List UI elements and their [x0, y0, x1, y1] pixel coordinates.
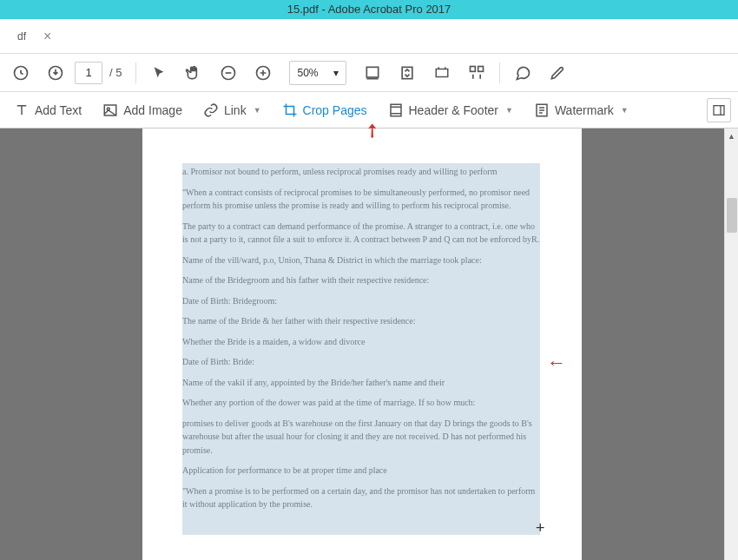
fit-page-icon[interactable] — [392, 57, 423, 89]
tab-close-button[interactable]: × — [43, 30, 51, 43]
annotation-arrow: ← — [547, 352, 566, 374]
tab-bar: df × — [0, 19, 738, 54]
crop-pages-tool[interactable]: Crop Pages — [275, 99, 374, 122]
scroll-up-button[interactable]: ▲ — [725, 128, 738, 144]
paragraph: "When a promise is to be performed on a … — [182, 484, 542, 511]
paragraph: Name of the vakil if any, appointed by t… — [182, 376, 542, 390]
document-viewport[interactable]: a. Promisor not bound to perform, unless… — [0, 128, 724, 560]
crop-icon — [282, 102, 298, 118]
paragraph: "When a contract consists of reciprocal … — [182, 186, 542, 213]
text-icon — [14, 102, 30, 118]
tool-label: Crop Pages — [303, 103, 367, 117]
hand-tool-icon[interactable] — [178, 57, 209, 89]
paragraph: Application for performance to be at pro… — [182, 464, 542, 478]
chevron-down-icon: ▼ — [254, 106, 261, 115]
link-icon — [203, 102, 219, 118]
paragraph: Date of Birth: Bridegroom: — [182, 294, 542, 308]
watermark-tool[interactable]: Watermark ▼ — [527, 99, 636, 122]
svg-rect-11 — [391, 104, 401, 116]
zoom-value: 50% — [297, 67, 318, 79]
chevron-down-icon: ▼ — [621, 106, 629, 115]
header-footer-icon — [388, 102, 404, 118]
toolbar-divider — [499, 63, 500, 83]
svg-rect-6 — [437, 69, 449, 76]
watermark-icon — [534, 102, 550, 118]
header-footer-tool[interactable]: Header & Footer ▼ — [381, 99, 520, 122]
comment-icon[interactable] — [507, 57, 538, 89]
link-tool[interactable]: Link ▼ — [196, 99, 268, 122]
tool-label: Header & Footer — [409, 103, 499, 117]
add-image-tool[interactable]: Add Image — [96, 99, 189, 122]
add-text-tool[interactable]: Add Text — [7, 99, 89, 122]
pdf-page: a. Promisor not bound to perform, unless… — [142, 128, 582, 560]
tool-label: Add Image — [123, 103, 182, 117]
scroll-thumb[interactable] — [727, 198, 737, 233]
paragraph: Name of the Bridegroom and his father wi… — [182, 273, 542, 287]
zoom-out-icon[interactable] — [213, 57, 244, 89]
paragraph: Name of the vill/ward, p.o, Union, Thana… — [182, 254, 542, 267]
page-number-input[interactable] — [75, 62, 102, 84]
panel-toggle-button[interactable] — [707, 98, 731, 122]
image-icon — [102, 102, 118, 118]
paragraph: Whether any portion of the dower was pai… — [182, 396, 542, 410]
tool-label: Watermark — [555, 103, 614, 117]
window-title: 15.pdf - Adobe Acrobat Pro 2017 — [287, 3, 451, 16]
download-icon[interactable] — [40, 57, 71, 89]
paragraph: Date of Birth: Bride: — [182, 355, 542, 369]
page-content: a. Promisor not bound to perform, unless… — [182, 165, 542, 511]
paragraph: a. Promisor not bound to perform, unless… — [182, 165, 542, 179]
svg-rect-7 — [471, 66, 476, 71]
view-mode-icon[interactable] — [426, 57, 458, 89]
toolbar-divider — [135, 63, 136, 83]
chevron-down-icon: ▼ — [505, 106, 513, 115]
tool-label: Link — [224, 103, 247, 117]
zoom-dropdown[interactable]: 50% ▾ — [289, 61, 346, 85]
svg-rect-8 — [478, 66, 484, 71]
title-bar: 15.pdf - Adobe Acrobat Pro 2017 — [0, 0, 738, 19]
paragraph: The party to a contract can demand perfo… — [182, 220, 542, 247]
tab-label: df — [17, 30, 26, 43]
vertical-scrollbar[interactable]: ▲ — [724, 128, 738, 560]
save-icon[interactable] — [5, 57, 36, 89]
paragraph: Whether the Bride is a maiden, a widow a… — [182, 335, 542, 349]
paragraph: The name of the Bride & her father with … — [182, 314, 542, 328]
crop-cursor-icon: + — [536, 519, 545, 537]
tool-label: Add Text — [35, 103, 82, 117]
svg-rect-13 — [714, 105, 724, 115]
main-toolbar: / 5 50% ▾ — [0, 54, 738, 92]
page-display-icon[interactable] — [461, 57, 492, 89]
fit-width-icon[interactable] — [357, 57, 388, 89]
pointer-tool-icon[interactable] — [143, 57, 175, 89]
chevron-down-icon: ▾ — [333, 67, 339, 79]
zoom-in-icon[interactable] — [247, 57, 279, 89]
page-total-label: / 5 — [109, 66, 122, 79]
paragraph: promises to deliver goods at B's warehou… — [182, 417, 542, 458]
highlight-icon[interactable] — [542, 57, 573, 89]
svg-rect-4 — [367, 67, 379, 77]
document-tab[interactable]: df × — [9, 20, 60, 53]
